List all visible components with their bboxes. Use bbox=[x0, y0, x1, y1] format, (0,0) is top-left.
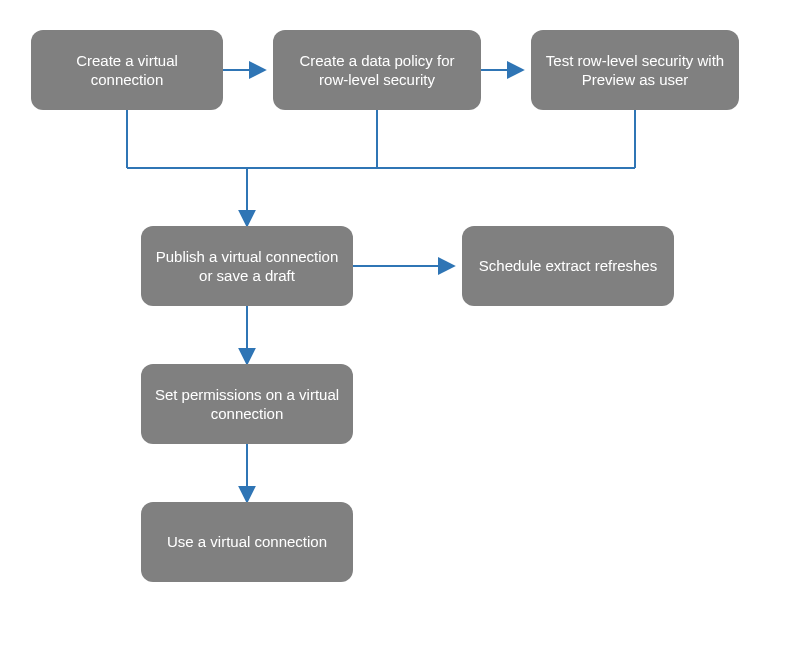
node-use-virtual-connection: Use a virtual connection bbox=[141, 502, 353, 582]
flowchart-canvas: Create a virtual connection Create a dat… bbox=[0, 0, 800, 648]
node-create-virtual-connection: Create a virtual connection bbox=[31, 30, 223, 110]
node-label: Publish a virtual connection or save a d… bbox=[153, 247, 341, 286]
node-set-permissions: Set permissions on a virtual connection bbox=[141, 364, 353, 444]
node-label: Test row-level security with Preview as … bbox=[543, 51, 727, 90]
node-label: Schedule extract refreshes bbox=[479, 256, 657, 276]
node-test-rls: Test row-level security with Preview as … bbox=[531, 30, 739, 110]
node-create-data-policy: Create a data policy for row-level secur… bbox=[273, 30, 481, 110]
node-publish-or-save-draft: Publish a virtual connection or save a d… bbox=[141, 226, 353, 306]
node-schedule-extract-refreshes: Schedule extract refreshes bbox=[462, 226, 674, 306]
node-label: Set permissions on a virtual connection bbox=[153, 385, 341, 424]
node-label: Create a data policy for row-level secur… bbox=[285, 51, 469, 90]
node-label: Create a virtual connection bbox=[43, 51, 211, 90]
node-label: Use a virtual connection bbox=[167, 532, 327, 552]
